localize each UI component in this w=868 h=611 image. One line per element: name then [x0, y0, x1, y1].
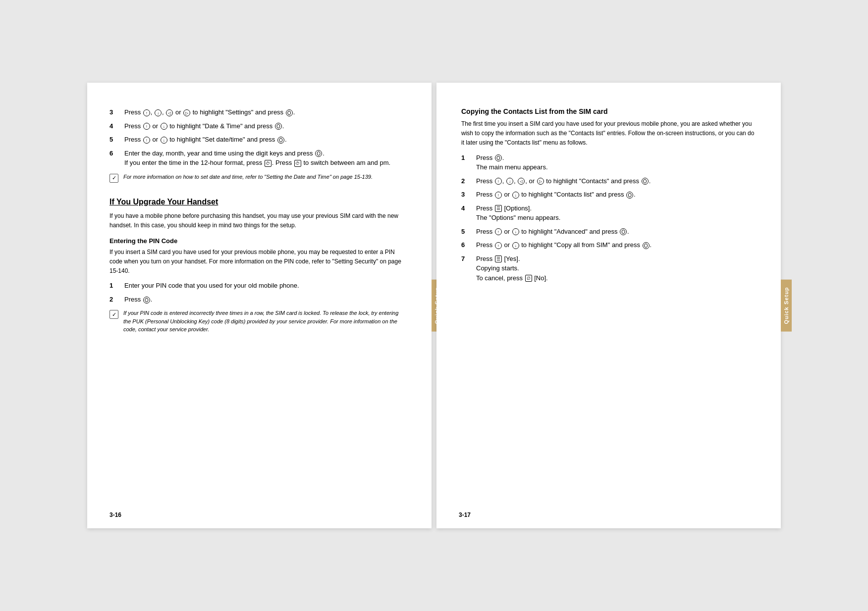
contacts-step-7-num: 7 [461, 254, 476, 283]
contacts-step-2-num: 2 [461, 176, 476, 186]
sym-clock2: ⏱ [294, 160, 301, 167]
sym-down-c5: ↓ [512, 228, 519, 235]
contacts-step-2-content: Press ↑, ↓, ◁, or ▷ to highlight "Contac… [476, 176, 759, 186]
sym-clock: ⏱ [265, 160, 271, 167]
left-page: 3 Press ↑, ↓, ◁ or ▷ to highlight "Setti… [87, 83, 432, 528]
sym-ok-c5: O [620, 228, 627, 235]
sym-up: ↑ [143, 109, 150, 116]
sym-left: ◁ [166, 109, 173, 116]
page-number-right: 3-17 [459, 511, 471, 518]
step-4-content: Press ↑ or ↓ to highlight "Date & Time" … [124, 121, 407, 131]
pin-step-1-content: Enter your PIN code that you used for yo… [124, 281, 407, 291]
sym-ok-c1: O [495, 154, 502, 161]
right-page: Copying the Contacts List from the SIM c… [436, 83, 781, 528]
contacts-step-7-extra: To cancel, press ∅ [No]. [476, 274, 548, 282]
sym-up-5: ↑ [143, 137, 150, 144]
contacts-step-7-sub: Copying starts. [476, 264, 519, 272]
contacts-step-3: 3 Press ↑ or ↓ to highlight "Contacts li… [461, 190, 759, 200]
pin-step-2-num: 2 [109, 295, 124, 305]
contacts-step-6-num: 6 [461, 240, 476, 250]
sym-ok-c3: O [626, 192, 633, 199]
step-6-content: Enter the day, month, year and time usin… [124, 149, 407, 168]
subsection-pin-intro: If you insert a SIM card you have used f… [109, 248, 407, 276]
sym-right-c2: ▷ [537, 178, 544, 185]
step-6: 6 Enter the day, month, year and time us… [109, 149, 407, 168]
step-3-content: Press ↑, ↓, ◁ or ▷ to highlight "Setting… [124, 107, 407, 117]
contacts-step-4-sub: The "Options" menu appears. [476, 214, 560, 221]
contacts-step-4: 4 Press ☰ [Options]. The "Options" menu … [461, 204, 759, 223]
sym-options-c4: ☰ [495, 205, 502, 212]
section-contacts: Copying the Contacts List from the SIM c… [461, 107, 759, 283]
step-4: 4 Press ↑ or ↓ to highlight "Date & Time… [109, 121, 407, 131]
step-5: 5 Press ↑ or ↓ to highlight "Set date/ti… [109, 135, 407, 145]
sym-up-c6: ↑ [495, 242, 502, 249]
section-contacts-title: Copying the Contacts List from the SIM c… [461, 107, 759, 115]
sym-up-c2: ↑ [495, 178, 502, 185]
sym-down-4: ↓ [161, 123, 167, 130]
sym-down-5: ↓ [161, 137, 167, 144]
section-upgrade-title: If You Upgrade Your Handset [109, 198, 407, 206]
contacts-step-5-num: 5 [461, 227, 476, 237]
section-upgrade-intro: If you have a mobile phone before purcha… [109, 211, 407, 230]
pin-step-2-content: Press O. [124, 295, 407, 305]
sym-no-c7: ∅ [525, 275, 532, 282]
page-number-left: 3-16 [109, 511, 121, 518]
section-contacts-intro: The first time you insert a SIM card you… [461, 119, 759, 148]
step-6-num: 6 [109, 149, 124, 168]
sym-ok-5: O [277, 137, 284, 144]
page-spread: 3 Press ↑, ↓, ◁ or ▷ to highlight "Setti… [87, 83, 781, 528]
note-box-left: For more information on how to set date … [109, 173, 407, 183]
sym-ok-6: O [315, 150, 322, 157]
sym-ok-c2: O [642, 178, 649, 185]
step-5-num: 5 [109, 135, 124, 145]
contacts-step-7: 7 Press ☰ [Yes]. Copying starts. To canc… [461, 254, 759, 283]
pin-step-1: 1 Enter your PIN code that you used for … [109, 281, 407, 291]
step-5-content: Press ↑ or ↓ to highlight "Set date/time… [124, 135, 407, 145]
contacts-step-6-content: Press ↑ or ↓ to highlight "Copy all from… [476, 240, 759, 250]
contacts-step-1-content: Press O. The main menu appears. [476, 153, 759, 172]
step-3: 3 Press ↑, ↓, ◁ or ▷ to highlight "Setti… [109, 107, 407, 117]
contacts-step-5-content: Press ↑ or ↓ to highlight "Advanced" and… [476, 227, 759, 237]
step-4-num: 4 [109, 121, 124, 131]
contacts-step-2: 2 Press ↑, ↓, ◁, or ▷ to highlight "Cont… [461, 176, 759, 186]
pin-step-2: 2 Press O. [109, 295, 407, 305]
note-icon-pin [109, 310, 118, 319]
sidebar-tab-right: Quick Setup [781, 279, 792, 331]
sym-ok-3: O [286, 109, 293, 116]
contacts-step-5: 5 Press ↑ or ↓ to highlight "Advanced" a… [461, 227, 759, 237]
sym-down: ↓ [155, 109, 162, 116]
sym-yes-c7: ☰ [495, 255, 502, 262]
contacts-step-4-num: 4 [461, 204, 476, 223]
note-text-left: For more information on how to set date … [123, 173, 373, 183]
sym-ok-c6: O [643, 242, 650, 249]
contacts-step-1-sub: The main menu appears. [476, 163, 548, 171]
sym-up-c5: ↑ [495, 228, 502, 235]
sym-left-c2: ◁ [518, 178, 525, 185]
sym-down-c6: ↓ [512, 242, 519, 249]
sym-down-c3: ↓ [512, 192, 519, 199]
note-box-pin: If your PIN code is entered incorrectly … [109, 309, 407, 334]
contacts-step-1-num: 1 [461, 153, 476, 172]
sym-up-c3: ↑ [495, 192, 502, 199]
contacts-step-4-content: Press ☰ [Options]. The "Options" menu ap… [476, 204, 759, 223]
sym-ok-pin2: O [143, 297, 150, 304]
step-3-num: 3 [109, 107, 124, 117]
contacts-step-1: 1 Press O. The main menu appears. [461, 153, 759, 172]
contacts-step-6: 6 Press ↑ or ↓ to highlight "Copy all fr… [461, 240, 759, 250]
sym-ok-4: O [275, 123, 282, 130]
contacts-step-3-num: 3 [461, 190, 476, 200]
pin-step-1-num: 1 [109, 281, 124, 291]
section-upgrade: If You Upgrade Your Handset If you have … [109, 198, 407, 334]
sym-right: ▷ [183, 109, 190, 116]
note-text-pin: If your PIN code is entered incorrectly … [123, 309, 407, 334]
subsection-pin-title: Entering the PIN Code [109, 237, 407, 245]
note-icon-left [109, 174, 118, 183]
contacts-step-7-content: Press ☰ [Yes]. Copying starts. To cancel… [476, 254, 759, 283]
sym-up-4: ↑ [143, 123, 150, 130]
contacts-step-3-content: Press ↑ or ↓ to highlight "Contacts list… [476, 190, 759, 200]
subsection-pin: Entering the PIN Code If you insert a SI… [109, 237, 407, 334]
sym-down-c2: ↓ [506, 178, 513, 185]
